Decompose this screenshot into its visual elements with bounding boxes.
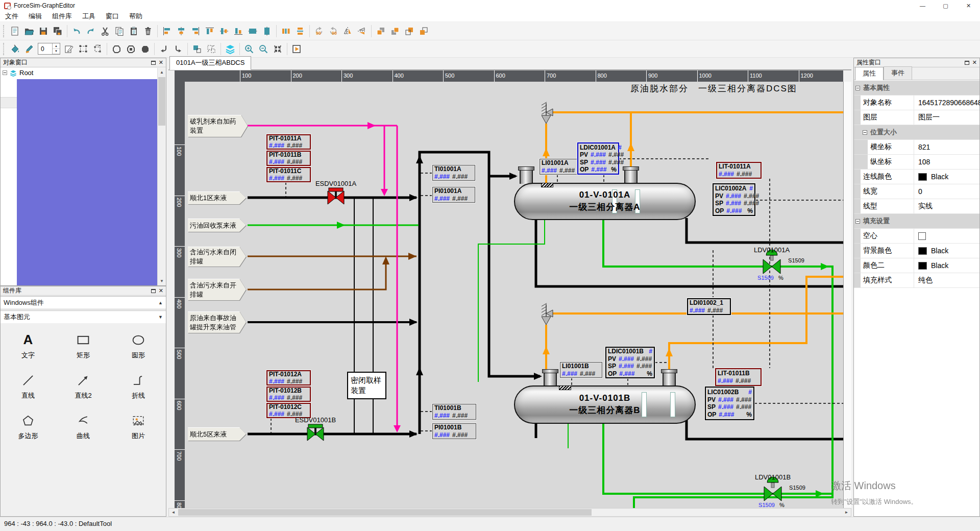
new-file-button[interactable] [8,24,22,38]
scroll-right-icon[interactable]: ► [842,509,851,516]
open-file-button[interactable] [22,24,36,38]
stream-flag-4[interactable]: 含油污水来自开排罐 [188,279,246,300]
select-rotate-button[interactable] [90,42,105,56]
zoom-fit-button[interactable] [271,42,285,56]
ungroup-button[interactable] [204,42,218,56]
library-item-polyline[interactable]: 折线 [111,370,166,410]
fill-color-button[interactable] [8,42,22,56]
delete-button[interactable] [141,24,155,38]
panel-close-icon[interactable]: ✕ [159,288,163,294]
save-file-button[interactable] [36,24,51,38]
tree-expander-icon[interactable] [3,70,7,75]
property-value[interactable]: 纯色 [914,276,933,285]
property-value[interactable]: Black [914,247,948,255]
bring-front-button[interactable] [374,24,388,38]
library-item-circle[interactable]: 圆形 [111,329,166,370]
send-backward-button[interactable] [416,24,431,38]
library-item-curve[interactable]: 曲线 [56,410,111,450]
instrument-ldi01002_1[interactable]: LDI01002_1#.####.### [687,298,731,315]
zoom-in-button[interactable] [242,42,256,56]
copy-button[interactable] [112,24,127,38]
select-frame-button[interactable] [76,42,90,56]
stream-flag-3[interactable]: 含油污水来自闭排罐 [188,247,246,267]
property-value[interactable]: 108 [914,158,930,166]
instrument-lit-01011b[interactable]: LIT-01011B#.####.### [715,368,762,386]
library-group-windows[interactable]: Windows组件 ▲ [1,296,166,309]
instrument-lit-01011a[interactable]: LIT-01011A#.####.### [716,162,762,179]
menu-item-1[interactable]: 编辑 [23,11,47,22]
rotate-cw-button[interactable]: 90 [312,24,326,38]
vessel-01-v-0101a[interactable]: 01-V-0101A一级三相分离器A [514,183,696,220]
scroll-thumb[interactable] [158,77,165,126]
library-item-rect[interactable]: 矩形 [56,329,111,370]
instrument-pit-01011c[interactable]: PIT-01011C#.####.### [266,167,311,182]
scroll-thumb[interactable] [178,509,592,516]
align-right-button[interactable] [188,24,203,38]
align-center-button[interactable] [174,24,188,38]
property-value[interactable]: 1645172890668648 [914,99,980,107]
panel-float-icon[interactable] [151,289,156,293]
library-item-image[interactable]: 图片 [111,410,166,450]
scroll-left-icon[interactable]: ◄ [169,509,178,516]
spin-up-icon[interactable]: ▲ [53,43,60,49]
instrument-pit-01011a[interactable]: PIT-01011A#.####.### [266,134,311,150]
send-back-button[interactable] [388,24,402,38]
layers-button[interactable] [223,42,237,56]
same-width-button[interactable] [246,24,260,38]
menu-item-5[interactable]: 帮助 [124,11,148,22]
shape-subtract-button[interactable] [124,42,138,56]
flip-h-button[interactable] [340,24,355,38]
distribute-v-button[interactable] [293,24,307,38]
canvas-viewport[interactable]: 100200300400500600700800900100011001200 … [168,70,851,508]
stream-flag-0[interactable]: 破乳剂来自加药装置 [188,115,248,137]
tree-item-root[interactable]: Root [1,68,157,78]
property-value[interactable]: 0 [914,187,922,196]
property-value[interactable]: Black [914,261,948,270]
tab-events[interactable]: 事件 [884,66,912,80]
canvas-hscrollbar[interactable]: ◄ ► [168,508,851,517]
instrument-pit-01012a[interactable]: PIT-01012A#.####.### [266,370,311,385]
library-item-polygon[interactable]: 多边形 [1,410,56,450]
instrument-pi01001a[interactable]: PI01001A#.####.### [432,187,475,203]
property-value[interactable]: 实线 [914,202,933,211]
import-corner-button[interactable] [157,42,171,56]
line-width-spinner[interactable]: 0▲▼ [38,43,60,55]
stream-flag-1[interactable]: 顺北1区来液 [188,191,246,204]
panel-close-icon[interactable]: ✕ [972,60,977,65]
export-corner-button[interactable] [171,42,185,56]
stream-flag-6[interactable]: 顺北5区来液 [188,427,246,441]
library-item-line[interactable]: 直线 [1,370,56,410]
sampler-box[interactable]: 密闭取样装置 [347,372,386,399]
scroll-down-icon[interactable]: ▼ [158,277,166,285]
instrument-ti01001a[interactable]: TI01001A#.####.### [432,165,475,181]
property-category-3[interactable]: 位置大小 [854,125,979,140]
instrument-ti01001b[interactable]: TI01001B#.####.### [432,404,476,420]
instrument-lic01002b[interactable]: LIC01002B#PV#.####.###SP#.####.###OP#.##… [705,387,754,420]
scroll-up-icon[interactable]: ▲ [158,68,166,77]
library-item-line2[interactable]: 直线2 [56,370,111,410]
close-button[interactable]: ✕ [957,0,980,11]
tree-item-18[interactable]: P0103污水处理DCS [1,276,157,285]
instrument-pit-01011b[interactable]: PIT-01011B#.####.### [266,151,311,166]
panel-float-icon[interactable] [965,61,969,65]
instrument-ldic01001a[interactable]: LDIC01001A#PV#.####.###SP#.####.###OP#.#… [577,142,619,175]
menu-item-4[interactable]: 窗口 [101,11,124,22]
library-group-basic[interactable]: 基本图元 ▼ [1,310,166,324]
bring-forward-button[interactable] [402,24,416,38]
paste-button[interactable] [127,24,141,38]
instrument-pit-01012b[interactable]: PIT-01012B#.####.### [266,387,311,402]
property-value[interactable]: Black [914,173,948,181]
collapse-icon[interactable] [863,130,867,135]
property-value[interactable] [914,232,926,240]
property-value[interactable]: 821 [914,143,930,151]
panel-close-icon[interactable]: ✕ [159,60,163,65]
instrument-ldic01001b[interactable]: LDIC01001B#PV#.####.###SP#.####.###OP#.#… [605,347,655,378]
minimize-button[interactable]: — [911,0,934,11]
cut-button[interactable] [98,24,112,38]
distribute-h-button[interactable] [279,24,293,38]
checkbox[interactable] [918,232,926,240]
align-middle-button[interactable] [217,24,231,38]
shape-solid-button[interactable] [138,42,152,56]
library-item-text[interactable]: A文字 [1,329,56,370]
shape-union-button[interactable] [109,42,124,56]
